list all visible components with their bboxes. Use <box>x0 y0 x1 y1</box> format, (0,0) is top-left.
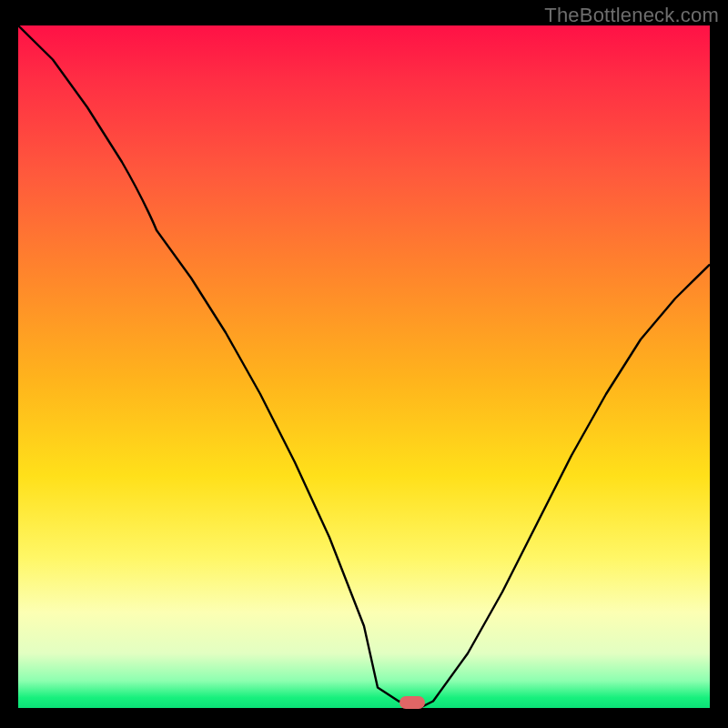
watermark-text: TheBottleneck.com <box>544 4 719 27</box>
chart-frame: TheBottleneck.com <box>0 0 728 728</box>
plot-area <box>18 25 710 708</box>
bottleneck-curve <box>18 25 710 708</box>
optimal-marker <box>399 696 425 709</box>
curve-path <box>18 25 710 708</box>
